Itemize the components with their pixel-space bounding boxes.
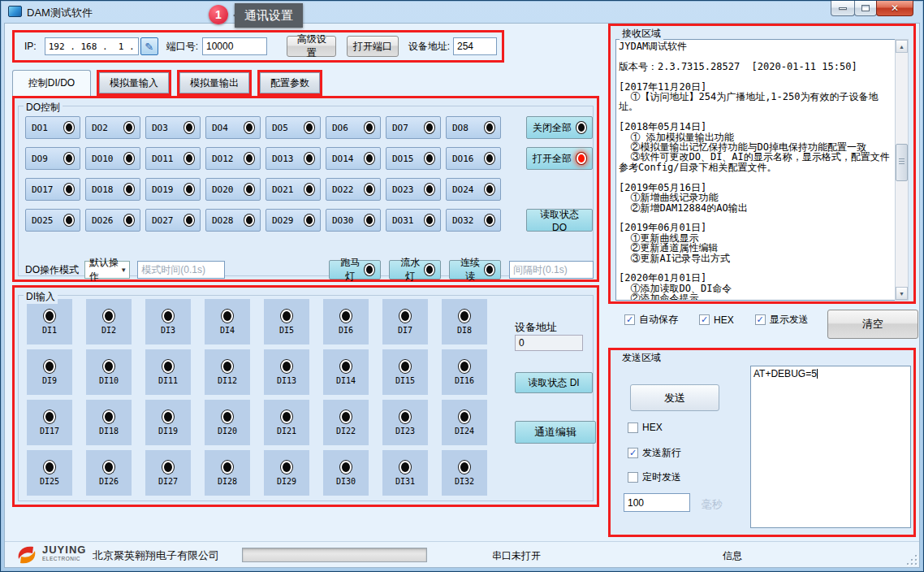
do-channel-button[interactable]: DO4 [205,116,261,139]
do-channel-button[interactable]: DO15 [386,147,441,170]
do-mode-select[interactable]: 默认操作 ▼ [84,261,130,279]
indicator-dot-icon [425,264,434,275]
do-channel-button[interactable]: DO2 [85,116,140,139]
di-channel-tile: DI15 [382,349,428,395]
timed-send-checkbox[interactable]: 定时发送 [628,470,681,484]
do-channel-button[interactable]: DO25 [25,209,80,232]
do-channel-button[interactable]: DO17 [25,178,80,201]
di-indicator-dot-icon [459,310,470,323]
window-title: DAM测试软件 [27,6,93,20]
di-device-address-input[interactable] [515,335,583,351]
receive-log[interactable]: JYDAM调试软件 版本号：2.3.7315.28527 [2020-01-11… [615,39,896,301]
maximize-button[interactable] [854,1,877,16]
resize-grip[interactable] [907,555,917,565]
do-channel-label: DO28 [212,215,234,226]
do-channel-button[interactable]: DO1 [25,116,80,139]
open-all-button[interactable]: 打开全部 [526,147,593,170]
do-channel-button[interactable]: DO27 [145,209,201,232]
do-channel-button[interactable]: DO10 [85,147,140,170]
do-channel-button[interactable]: DO22 [326,178,381,201]
do-channel-button[interactable]: DO11 [145,147,201,170]
di-channel-label: DI6 [339,326,353,335]
open-all-red-dot-icon [576,153,586,164]
marquee-button[interactable]: 跑马灯 [329,260,381,280]
do-channel-button[interactable]: DO6 [326,116,381,139]
do-channel-button[interactable]: DO29 [266,209,321,232]
do-channel-button[interactable]: DO20 [205,178,261,201]
clear-button[interactable]: 清空 [827,310,918,339]
minimize-button[interactable] [831,1,855,16]
do-channel-button[interactable]: DO32 [446,209,501,232]
tab-config-params[interactable]: 配置参数 [260,72,320,93]
receive-scrollbar[interactable]: ▲ ▼ [895,39,909,301]
do-channel-button[interactable]: DO5 [266,116,321,139]
do-channel-label: DO19 [152,184,174,195]
di-indicator-dot-icon [222,310,233,323]
tab-analog-input[interactable]: 模拟量输入 [99,72,169,93]
port-input[interactable] [202,37,267,55]
do-channel-button[interactable]: DO26 [85,209,140,232]
do-channel-button[interactable]: DO31 [386,209,441,232]
send-hex-checkbox[interactable]: HEX [628,422,663,433]
read-di-status-button[interactable]: 读取状态 DI [515,372,593,393]
send-text: AT+DEBUG=5 [753,368,817,379]
indicator-dot-icon [365,153,374,164]
close-button[interactable]: ✕ [876,1,913,16]
receive-option-checkbox[interactable]: ✓ HEX [699,314,734,326]
indicator-dot-icon [244,153,254,164]
do-channel-button[interactable]: DO3 [145,116,201,139]
send-button[interactable]: 发送 [630,384,719,411]
do-channel-button[interactable]: DO16 [446,147,501,170]
di-channel-tile: DI1 [27,299,72,344]
do-channel-button[interactable]: DO24 [446,178,501,201]
mode-time-input[interactable] [137,261,225,279]
do-channel-button[interactable]: DO18 [85,178,140,201]
interval-time-input[interactable] [509,261,594,279]
logo-text: JUYING [42,545,86,554]
flow-light-button[interactable]: 流水灯 [389,260,441,280]
do-channel-label: DO9 [32,154,48,164]
scroll-thumb[interactable] [896,144,908,181]
continuous-read-button[interactable]: 连续读 [449,260,501,280]
interval-ms-input[interactable] [624,493,690,512]
do-channel-button[interactable]: DO14 [326,147,381,170]
do-channel-button[interactable]: DO30 [326,209,381,232]
di-channel-label: DI26 [99,477,119,486]
device-address-input[interactable] [453,37,497,55]
channel-edit-button[interactable]: 通道编辑 [515,421,596,444]
tab-control-dido[interactable]: 控制DI/DO [12,70,91,96]
ip-edit-button[interactable]: ✎ [140,37,158,55]
ip-input[interactable] [45,37,139,55]
di-channel-tile: DI2 [86,299,132,344]
do-channel-button[interactable]: DO19 [145,178,201,201]
do-channel-button[interactable]: DO21 [266,178,321,201]
tab-analog-output[interactable]: 模拟量输出 [179,72,249,93]
do-channel-label: DO23 [392,184,414,195]
do-channel-button[interactable]: DO8 [446,116,501,139]
open-all-label: 打开全部 [533,152,572,166]
do-channel-label: DO32 [452,215,474,226]
di-indicator-dot-icon [162,410,174,423]
close-all-button[interactable]: 关闭全部 [526,116,593,139]
do-channel-button[interactable]: DO23 [386,178,441,201]
receive-option-checkbox[interactable]: ✓ 显示发送 [755,313,809,327]
read-do-status-button[interactable]: 读取状态 DO [526,209,593,232]
send-textarea[interactable]: AT+DEBUG=5 [750,366,911,528]
do-channel-grid: DO1 DO2 DO3 DO4 [25,116,501,232]
open-port-button[interactable]: 打开端口 [347,36,398,57]
send-newline-checkbox[interactable]: ✓ 发送新行 [628,446,681,460]
ip-label: IP: [24,41,37,52]
di-channel-tile: DI32 [442,450,487,496]
receive-option-checkbox[interactable]: ✓ 自动保存 [624,313,678,327]
do-channel-button[interactable]: DO28 [205,209,261,232]
scroll-down-button[interactable]: ▼ [896,287,908,300]
do-mode-label: DO操作模式 [25,263,79,277]
title-bar[interactable]: DAM测试软件 ✕ [1,1,923,23]
do-channel-button[interactable]: DO13 [266,147,321,170]
do-channel-button[interactable]: DO9 [25,147,80,170]
advanced-settings-button[interactable]: 高级设置 [287,36,336,57]
di-channel-label: DI10 [99,376,119,385]
do-channel-button[interactable]: DO12 [205,147,261,170]
do-channel-button[interactable]: DO7 [386,116,441,139]
scroll-up-button[interactable]: ▲ [896,40,908,53]
